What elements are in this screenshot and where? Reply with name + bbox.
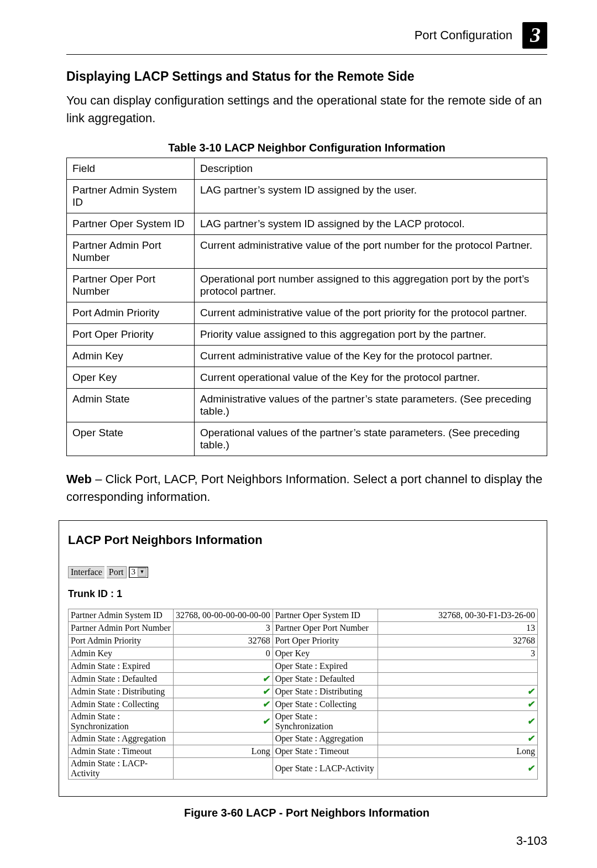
table-row: Admin State : Defaulted✔Oper State : Def…: [69, 672, 538, 685]
table-row: Partner Admin System ID32768, 00-00-00-0…: [69, 609, 538, 621]
oper-label: Oper State : Collecting: [273, 698, 378, 710]
interface-port-label: Port: [107, 566, 127, 578]
col-header-field: Field: [67, 158, 195, 179]
table-row: Admin State : LACP-ActivityOper State : …: [69, 757, 538, 779]
page-number: 3-103: [516, 834, 547, 848]
field-name: Port Admin Priority: [67, 302, 195, 323]
web-nav-text: – Click Port, LACP, Port Neighbors Infor…: [66, 472, 542, 504]
field-description: Current operational value of the Key for…: [195, 367, 547, 388]
table-row: Port Admin Priority32768Port Oper Priori…: [69, 634, 538, 647]
breadcrumb: Port Configuration: [415, 28, 512, 43]
chapter-number-badge: 3: [522, 22, 547, 49]
oper-label: Oper State : Expired: [273, 660, 378, 672]
admin-label: Admin Key: [69, 647, 174, 660]
panel-title: LACP Port Neighbors Information: [68, 533, 538, 547]
table-row: Oper StateOperational values of the part…: [67, 422, 547, 456]
web-nav-paragraph: Web – Click Port, LACP, Port Neighbors I…: [66, 470, 547, 506]
field-description: Operational port number assigned to this…: [195, 268, 547, 302]
field-description: Administrative values of the partner’s s…: [195, 388, 547, 422]
field-name: Partner Admin System ID: [67, 179, 195, 213]
oper-label: Oper State : Defaulted: [273, 672, 378, 685]
field-name: Oper Key: [67, 367, 195, 388]
field-name: Oper State: [67, 422, 195, 456]
port-select-value: 3: [132, 567, 136, 577]
col-header-description: Description: [195, 158, 547, 179]
table-row: Admin State : Synchronization✔Oper State…: [69, 710, 538, 732]
port-select[interactable]: 3 ▼: [129, 567, 149, 578]
admin-value: 0: [174, 647, 273, 660]
oper-label: Partner Oper System ID: [273, 609, 378, 621]
table-row: Port Admin PriorityCurrent administrativ…: [67, 302, 547, 323]
admin-value: ✔: [174, 710, 273, 732]
field-description: Current administrative value of the port…: [195, 234, 547, 268]
table-row: Admin Key0Oper Key3: [69, 647, 538, 660]
oper-label: Oper State : LACP-Activity: [273, 757, 378, 779]
oper-label: Oper State : Aggregation: [273, 732, 378, 745]
field-name: Partner Oper System ID: [67, 213, 195, 234]
field-description: Current administrative value of the port…: [195, 302, 547, 323]
admin-value: 3: [174, 621, 273, 634]
admin-label: Admin State : Expired: [69, 660, 174, 672]
table-row: Partner Oper Port NumberOperational port…: [67, 268, 547, 302]
table-row: Admin State : ExpiredOper State : Expire…: [69, 660, 538, 672]
table-row: Partner Admin System IDLAG partner’s sys…: [67, 179, 547, 213]
table-caption: Table 3-10 LACP Neighbor Configuration I…: [66, 142, 547, 154]
table-row: Admin State : AggregationOper State : Ag…: [69, 732, 538, 745]
field-description: Current administrative value of the Key …: [195, 345, 547, 367]
interface-label: Interface: [68, 566, 104, 578]
table-row: Partner Admin Port NumberCurrent adminis…: [67, 234, 547, 268]
oper-value: 3: [378, 647, 537, 660]
oper-label: Partner Oper Port Number: [273, 621, 378, 634]
table-row: Partner Oper System IDLAG partner’s syst…: [67, 213, 547, 234]
field-name: Partner Oper Port Number: [67, 268, 195, 302]
header-rule: [66, 54, 547, 55]
oper-value: 13: [378, 621, 537, 634]
section-heading: Displaying LACP Settings and Status for …: [66, 69, 547, 84]
admin-label: Admin State : Collecting: [69, 698, 174, 710]
oper-value: 32768, 00-30-F1-D3-26-00: [378, 609, 537, 621]
oper-value: ✔: [378, 757, 537, 779]
check-icon: ✔: [262, 686, 271, 697]
web-label: Web: [66, 472, 92, 486]
check-icon: ✔: [527, 686, 536, 697]
oper-value: [378, 672, 537, 685]
check-icon: ✔: [262, 716, 271, 726]
figure-caption: Figure 3-60 LACP - Port Neighbors Inform…: [66, 807, 547, 819]
admin-label: Admin State : LACP-Activity: [69, 757, 174, 779]
admin-value: [174, 732, 273, 745]
oper-value: 32768: [378, 634, 537, 647]
lacp-neighbor-fields-table: Field Description Partner Admin System I…: [66, 158, 547, 456]
field-description: Operational values of the partner’s stat…: [195, 422, 547, 456]
field-description: LAG partner’s system ID assigned by the …: [195, 179, 547, 213]
oper-label: Oper State : Synchronization: [273, 710, 378, 732]
admin-value: [174, 757, 273, 779]
admin-label: Admin State : Synchronization: [69, 710, 174, 732]
check-icon: ✔: [527, 716, 536, 726]
admin-label: Port Admin Priority: [69, 634, 174, 647]
admin-value: 32768: [174, 634, 273, 647]
field-name: Admin Key: [67, 345, 195, 367]
admin-label: Admin State : Timeout: [69, 745, 174, 757]
field-name: Partner Admin Port Number: [67, 234, 195, 268]
oper-value: Long: [378, 745, 537, 757]
oper-label: Port Oper Priority: [273, 634, 378, 647]
oper-value: ✔: [378, 685, 537, 698]
lacp-neighbors-screenshot-panel: LACP Port Neighbors Information Interfac…: [59, 520, 547, 797]
check-icon: ✔: [527, 699, 536, 709]
oper-value: ✔: [378, 698, 537, 710]
table-row: Admin KeyCurrent administrative value of…: [67, 345, 547, 367]
check-icon: ✔: [262, 673, 271, 684]
field-name: Port Oper Priority: [67, 323, 195, 345]
check-icon: ✔: [262, 699, 271, 709]
oper-value: ✔: [378, 732, 537, 745]
chevron-down-icon: ▼: [138, 568, 146, 577]
admin-label: Partner Admin System ID: [69, 609, 174, 621]
table-row: Port Oper PriorityPriority value assigne…: [67, 323, 547, 345]
admin-label: Partner Admin Port Number: [69, 621, 174, 634]
admin-value: [174, 660, 273, 672]
intro-paragraph: You can display configuration settings a…: [66, 92, 547, 127]
admin-value: ✔: [174, 698, 273, 710]
check-icon: ✔: [527, 763, 536, 773]
admin-label: Admin State : Aggregation: [69, 732, 174, 745]
trunk-id-label: Trunk ID : 1: [68, 588, 538, 600]
